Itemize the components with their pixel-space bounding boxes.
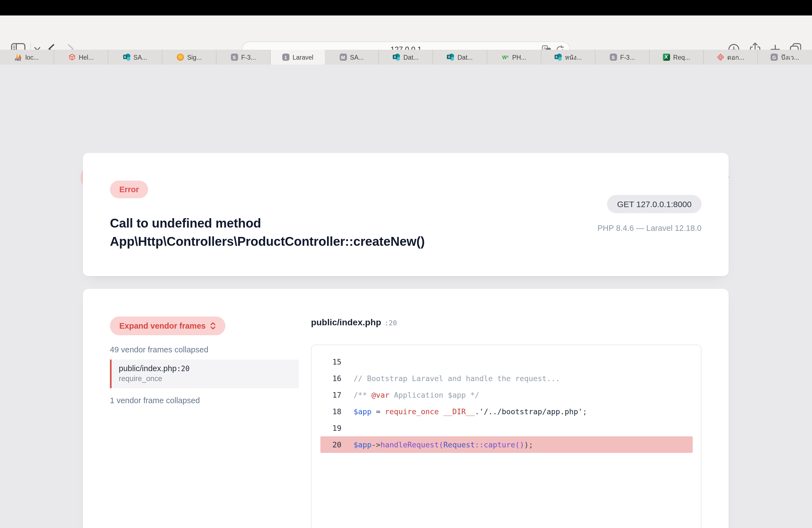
w3schools-icon: W³ — [502, 54, 509, 61]
tab-sharepoint-3[interactable]: S Dat... — [433, 50, 487, 64]
code-line-17: 17/** @var Application $app */ — [320, 386, 693, 403]
tab-f3-2[interactable]: S F-3... — [595, 50, 650, 64]
exception-message-line1: Call to undefined method — [110, 214, 425, 233]
code-file-heading: public/index.php:20 — [311, 318, 397, 327]
tab-f3-1[interactable]: S F-3... — [217, 50, 271, 64]
tab-sa-m[interactable]: M SA... — [325, 50, 379, 64]
tab-strip: PMA loc... Hel... S SA... Sig... S F-3..… — [0, 50, 812, 64]
frame-method: require_once — [119, 375, 299, 383]
excel-icon: X — [663, 54, 670, 61]
vendor-frames-collapsed-bottom: 1 vendor frame collapsed — [110, 396, 200, 405]
page-viewport: ! Internal Server Error Error Call to un… — [0, 64, 812, 528]
letter-s-icon: S — [610, 54, 617, 61]
tab-excel-request[interactable]: X Req... — [650, 50, 704, 64]
code-line-19: 19 — [320, 420, 693, 436]
tab-sharepoint-2[interactable]: S Dat... — [379, 50, 433, 64]
error-type-badge: Error — [110, 180, 148, 198]
code-line-ref: :20 — [385, 319, 397, 327]
code-line-20-highlighted: 20$app->handleRequest(Request::capture()… — [320, 436, 693, 453]
browser-toolbar: 127.0.0.1 Ax — [0, 15, 812, 50]
letter-m-icon: M — [339, 54, 347, 61]
code-file-path: public/index.php — [311, 318, 381, 327]
sharepoint-icon: S — [554, 54, 562, 61]
code-snippet-panel: 15 16// Bootstrap Laravel and handle the… — [311, 344, 701, 528]
tab-g-site[interactable]: G บึงเว... — [758, 50, 812, 64]
tab-sharepoint-4[interactable]: S หนัง... — [541, 50, 595, 64]
sharepoint-icon: S — [393, 54, 400, 61]
vendor-frames-collapsed-top: 49 vendor frames collapsed — [110, 345, 208, 354]
tab-w3schools-php[interactable]: W³ PH... — [487, 50, 541, 64]
tab-sharepoint-1[interactable]: S SA... — [108, 50, 162, 64]
tab-signature[interactable]: Sig... — [162, 50, 217, 64]
menubar-black-strip — [0, 0, 812, 15]
tab-red-layers[interactable]: ดอก... — [704, 50, 758, 64]
exception-summary-card: Error Call to undefined method App\Http\… — [83, 153, 729, 276]
browser-window: 127.0.0.1 Ax PMA loc... — [0, 0, 812, 528]
tab-laravel-docs[interactable]: Hel... — [54, 50, 108, 64]
laravel-icon — [68, 54, 75, 61]
numbered-1-icon: 1 — [282, 54, 289, 61]
phpmyadmin-icon: PMA — [15, 54, 22, 61]
expand-vendor-frames-button[interactable]: Expand vendor frames — [110, 317, 226, 335]
stack-trace-card: Expand vendor frames 49 vendor frames co… — [83, 289, 729, 528]
request-method-badge: GET 127.0.0.1:8000 — [607, 195, 701, 213]
letter-g-icon: G — [771, 54, 778, 61]
stack-frame-item[interactable]: public/index.php:20 require_once — [110, 360, 299, 388]
sharepoint-icon: S — [447, 54, 454, 61]
frame-file: public/index.php:20 — [119, 364, 299, 373]
red-layers-icon — [717, 54, 724, 61]
tab-localhost[interactable]: PMA loc... — [0, 50, 54, 64]
exception-message-line2: App\Http\Controllers\ProductController::… — [110, 233, 425, 251]
code-line-16: 16// Bootstrap Laravel and handle the re… — [320, 370, 693, 386]
tab-laravel-active[interactable]: 1 Laravel — [271, 50, 325, 64]
sharepoint-icon: S — [123, 54, 130, 61]
letter-s-icon: S — [231, 54, 238, 61]
seal-icon — [177, 54, 184, 61]
exception-message: Call to undefined method App\Http\Contro… — [110, 214, 425, 251]
expand-chevrons-icon — [210, 322, 216, 330]
code-line-18: 18$app = require_once __DIR__.'/../boots… — [320, 403, 693, 420]
runtime-versions: PHP 8.4.6 — Laravel 12.18.0 — [597, 224, 701, 233]
code-line-15: 15 — [320, 353, 693, 370]
